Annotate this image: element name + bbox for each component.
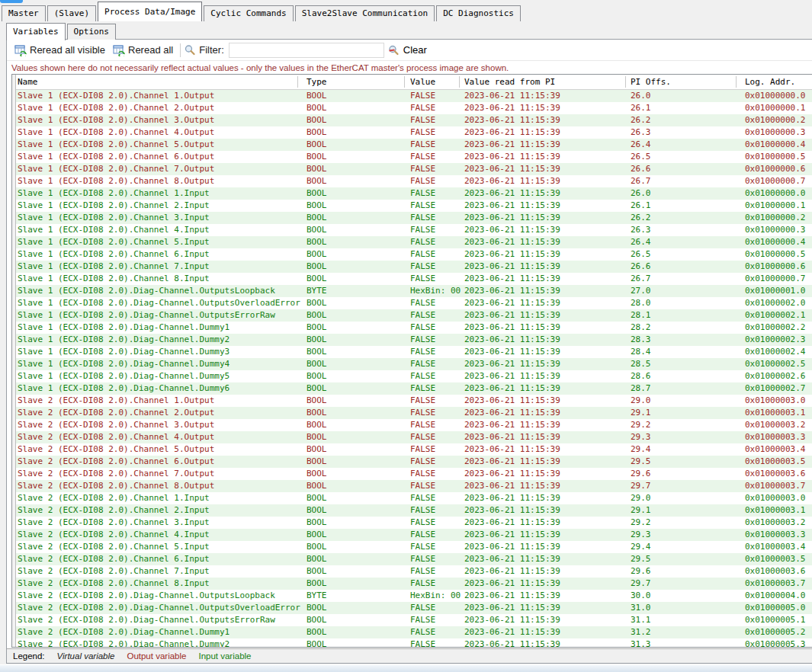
table-row[interactable]: Slave 2 (ECX-DI08 2.0).Channel 2.OutputB… — [12, 407, 812, 419]
cell-type: BOOL — [307, 297, 327, 309]
table-row[interactable]: Slave 2 (ECX-DI08 2.0).Channel 4.InputBO… — [12, 529, 812, 541]
tab-process-data-image[interactable]: Process Data/Image — [98, 2, 202, 21]
table-row[interactable]: Slave 1 (ECX-DI08 2.0).Channel 4.OutputB… — [12, 126, 812, 139]
table-row[interactable]: Slave 2 (ECX-DI08 2.0).Channel 6.OutputB… — [12, 456, 812, 468]
table-row[interactable]: Slave 1 (ECX-DI08 2.0).Diag-Channel.Outp… — [12, 285, 812, 297]
column-header-pi-offs[interactable]: PI Offs. — [631, 75, 671, 90]
cell-type: BYTE — [307, 590, 327, 602]
cell-log-addr: 0x01000002.6 — [745, 370, 805, 382]
cell-type: BOOL — [307, 139, 327, 151]
subtab-variables[interactable]: Variables — [6, 23, 66, 40]
cell-pi-offs: 29.0 — [631, 395, 651, 407]
cell-name: Slave 2 (ECX-DI08 2.0).Channel 4.Input — [18, 529, 210, 541]
table-row[interactable]: Slave 2 (ECX-DI08 2.0).Channel 7.InputBO… — [12, 565, 812, 578]
table-row[interactable]: Slave 1 (ECX-DI08 2.0).Channel 4.InputBO… — [12, 224, 812, 236]
table-row[interactable]: Slave 2 (ECX-DI08 2.0).Diag-Channel.Dumm… — [12, 626, 812, 638]
subtab-options[interactable]: Options — [67, 24, 116, 40]
table-row[interactable]: Slave 1 (ECX-DI08 2.0).Channel 8.InputBO… — [12, 273, 812, 285]
cell-type: BOOL — [307, 370, 327, 382]
table-row[interactable]: Slave 1 (ECX-DI08 2.0).Channel 3.InputBO… — [12, 212, 812, 224]
cell-value-read-from-pi: 2023-06-21 11:15:39 — [464, 480, 560, 492]
table-row[interactable]: Slave 1 (ECX-DI08 2.0).Diag-Channel.Dumm… — [12, 382, 812, 395]
table-row[interactable]: Slave 1 (ECX-DI08 2.0).Channel 6.InputBO… — [12, 248, 812, 261]
table-row[interactable]: Slave 2 (ECX-DI08 2.0).Channel 5.OutputB… — [12, 443, 812, 456]
column-header-name[interactable]: Name — [18, 75, 38, 90]
cell-log-addr: 0x01000002.3 — [745, 334, 805, 346]
cell-pi-offs: 26.2 — [631, 212, 651, 224]
table-row[interactable]: Slave 1 (ECX-DI08 2.0).Diag-Channel.Dumm… — [12, 334, 812, 346]
table-row[interactable]: Slave 1 (ECX-DI08 2.0).Channel 5.OutputB… — [12, 139, 812, 151]
reread-all-visible-button[interactable]: Reread all visible — [11, 43, 109, 58]
tab-dc-diagnostics[interactable]: DC Diagnostics — [436, 5, 521, 21]
table-row[interactable]: Slave 1 (ECX-DI08 2.0).Diag-Channel.Dumm… — [12, 370, 812, 382]
table-row[interactable]: Slave 1 (ECX-DI08 2.0).Diag-Channel.Outp… — [12, 297, 812, 309]
table-row[interactable]: Slave 2 (ECX-DI08 2.0).Channel 8.OutputB… — [12, 480, 812, 492]
column-header-type[interactable]: Type — [307, 75, 327, 90]
cell-type: BOOL — [307, 126, 327, 139]
table-row[interactable]: Slave 1 (ECX-DI08 2.0).Channel 2.InputBO… — [12, 200, 812, 212]
cell-name: Slave 1 (ECX-DI08 2.0).Diag-Channel.Outp… — [18, 285, 275, 297]
table-row[interactable]: Slave 2 (ECX-DI08 2.0).Diag-Channel.Outp… — [12, 602, 812, 614]
column-divider[interactable] — [459, 76, 460, 88]
tab-cyclic-commands[interactable]: Cyclic Commands — [204, 5, 293, 21]
table-row[interactable]: Slave 1 (ECX-DI08 2.0).Diag-Channel.Outp… — [12, 309, 812, 322]
cell-value: FALSE — [410, 468, 435, 480]
column-header-value-read-from-pi[interactable]: Value read from PI — [464, 75, 555, 90]
cell-value-read-from-pi: 2023-06-21 11:15:39 — [464, 90, 560, 102]
reread-table-icon — [14, 44, 27, 56]
table-row[interactable]: Slave 2 (ECX-DI08 2.0).Channel 6.InputBO… — [12, 553, 812, 565]
table-row[interactable]: Slave 1 (ECX-DI08 2.0).Channel 7.InputBO… — [12, 261, 812, 273]
column-divider[interactable] — [736, 76, 737, 88]
table-row[interactable]: Slave 2 (ECX-DI08 2.0).Channel 2.InputBO… — [12, 504, 812, 517]
column-divider[interactable] — [625, 76, 626, 88]
table-row[interactable]: Slave 2 (ECX-DI08 2.0).Channel 1.InputBO… — [12, 492, 812, 504]
table-row[interactable]: Slave 1 (ECX-DI08 2.0).Channel 8.OutputB… — [12, 175, 812, 187]
tab-master[interactable]: Master — [2, 5, 46, 21]
cell-name: Slave 1 (ECX-DI08 2.0).Diag-Channel.Dumm… — [18, 370, 229, 382]
toolbar: Reread all visible Reread all — [7, 40, 812, 61]
table-row[interactable]: Slave 2 (ECX-DI08 2.0).Channel 7.OutputB… — [12, 468, 812, 480]
cell-pi-offs: 31.2 — [631, 626, 651, 638]
filter-input[interactable] — [229, 43, 384, 58]
cell-value-read-from-pi: 2023-06-21 11:15:39 — [464, 322, 560, 334]
table-row[interactable]: Slave 1 (ECX-DI08 2.0).Channel 6.OutputB… — [12, 151, 812, 163]
cell-value: FALSE — [410, 297, 435, 309]
cell-value: FALSE — [410, 407, 435, 419]
column-divider[interactable] — [297, 76, 298, 88]
cell-name: Slave 2 (ECX-DI08 2.0).Channel 3.Output — [18, 419, 214, 431]
table-row[interactable]: Slave 1 (ECX-DI08 2.0).Diag-Channel.Dumm… — [12, 346, 812, 358]
cell-log-addr: 0x01000003.0 — [745, 395, 805, 407]
column-header-log-addr[interactable]: Log. Addr. — [745, 75, 795, 90]
table-row[interactable]: Slave 1 (ECX-DI08 2.0).Diag-Channel.Dumm… — [12, 322, 812, 334]
table-row[interactable]: Slave 2 (ECX-DI08 2.0).Diag-Channel.Dumm… — [12, 638, 812, 648]
table-row[interactable]: Slave 1 (ECX-DI08 2.0).Channel 1.InputBO… — [12, 187, 812, 200]
cell-value-read-from-pi: 2023-06-21 11:15:39 — [464, 273, 560, 285]
table-row[interactable]: Slave 2 (ECX-DI08 2.0).Diag-Channel.Outp… — [12, 614, 812, 626]
cell-type: BOOL — [307, 578, 327, 590]
reread-all-button[interactable]: Reread all — [109, 43, 177, 58]
cell-value-read-from-pi: 2023-06-21 11:15:39 — [464, 578, 560, 590]
tab-slave[interactable]: (Slave) — [47, 5, 96, 21]
table-row[interactable]: Slave 2 (ECX-DI08 2.0).Channel 3.InputBO… — [12, 517, 812, 529]
table-row[interactable]: Slave 1 (ECX-DI08 2.0).Channel 1.OutputB… — [12, 90, 812, 102]
table-row[interactable]: Slave 2 (ECX-DI08 2.0).Diag-Channel.Outp… — [12, 590, 812, 602]
table-row[interactable]: Slave 1 (ECX-DI08 2.0).Channel 7.OutputB… — [12, 163, 812, 175]
table-row[interactable]: Slave 1 (ECX-DI08 2.0).Channel 5.InputBO… — [12, 236, 812, 248]
cell-value-read-from-pi: 2023-06-21 11:15:39 — [464, 565, 560, 578]
table-row[interactable]: Slave 2 (ECX-DI08 2.0).Channel 8.InputBO… — [12, 578, 812, 590]
cell-name: Slave 2 (ECX-DI08 2.0).Channel 2.Output — [18, 407, 214, 419]
clear-filter-button[interactable]: Clear — [387, 44, 427, 56]
cell-log-addr: 0x01000003.6 — [745, 468, 805, 480]
table-row[interactable]: Slave 1 (ECX-DI08 2.0).Diag-Channel.Dumm… — [12, 358, 812, 370]
column-divider[interactable] — [404, 76, 405, 88]
table-row[interactable]: Slave 1 (ECX-DI08 2.0).Channel 3.OutputB… — [12, 114, 812, 126]
table-row[interactable]: Slave 2 (ECX-DI08 2.0).Channel 5.InputBO… — [12, 541, 812, 553]
table-row[interactable]: Slave 2 (ECX-DI08 2.0).Channel 1.OutputB… — [12, 395, 812, 407]
cell-type: BOOL — [307, 468, 327, 480]
table-row[interactable]: Slave 2 (ECX-DI08 2.0).Channel 3.OutputB… — [12, 419, 812, 431]
table-row[interactable]: Slave 1 (ECX-DI08 2.0).Channel 2.OutputB… — [12, 102, 812, 114]
column-header-value[interactable]: Value — [410, 75, 435, 90]
tab-slave2slave-communication[interactable]: Slave2Slave Communication — [295, 5, 435, 21]
cell-log-addr: 0x01000000.5 — [745, 151, 805, 163]
table-row[interactable]: Slave 2 (ECX-DI08 2.0).Channel 4.OutputB… — [12, 431, 812, 443]
